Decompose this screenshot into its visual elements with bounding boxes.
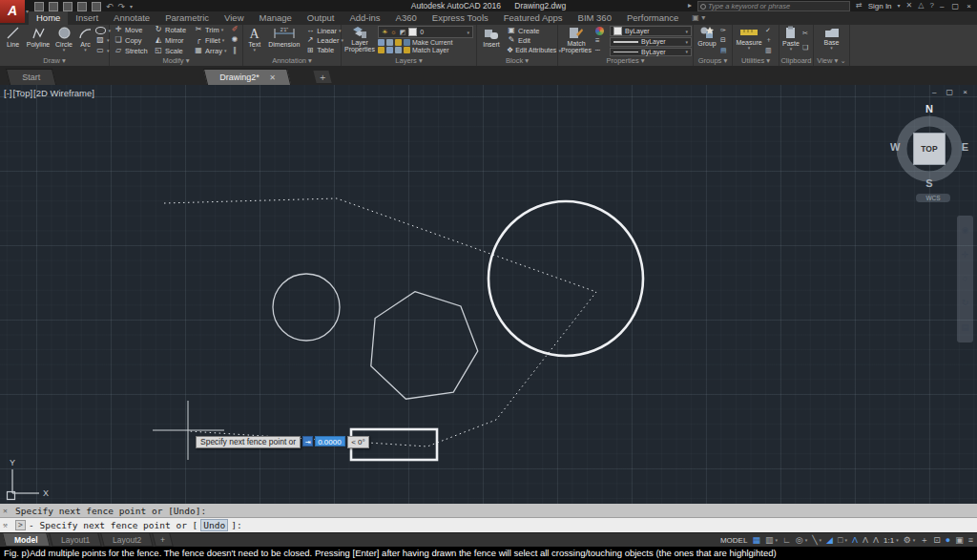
workspace-switching-icon[interactable]: ⚙ [904, 533, 911, 547]
tab-insert[interactable]: Insert [68, 11, 106, 25]
viewcube-north[interactable]: N [891, 103, 967, 114]
erase-button[interactable]: ✐ [230, 25, 243, 34]
customization-menu-icon[interactable]: ≡ [968, 533, 973, 547]
layer-properties-button[interactable]: Layer Properties [344, 25, 375, 56]
visual-style-control[interactable]: [2D Wireframe] [33, 88, 94, 98]
showmotion-icon[interactable]: ▤ [961, 323, 969, 332]
tab-output[interactable]: Output [300, 11, 343, 25]
text-button[interactable]: A Text▾ [246, 25, 262, 56]
viewcube-south[interactable]: S [891, 177, 967, 189]
rotate-button[interactable]: ↻Rotate [154, 25, 194, 34]
insert-button[interactable]: Insert [479, 25, 504, 56]
panel-label-clipboard[interactable]: Clipboard [780, 56, 813, 66]
tab-a360[interactable]: A360 [388, 11, 425, 25]
cut-icon[interactable]: ✂ [802, 30, 813, 37]
group-button[interactable]: Group [696, 25, 718, 56]
search-input[interactable]: Type a keyword or phrase [697, 1, 850, 11]
snap-mode-icon[interactable]: ▥ [765, 533, 774, 547]
ribbon-options-icon[interactable]: ▣ ▾ [692, 11, 705, 25]
linetype-select[interactable]: ByLayer▾ [610, 48, 692, 57]
mirror-button[interactable]: ◭Mirror [154, 35, 194, 45]
application-menu-button[interactable]: A [0, 0, 25, 23]
panel-label-view[interactable]: View ▾ ⌄ [814, 56, 849, 66]
a360-icon[interactable]: ✕ [906, 1, 913, 10]
array-button[interactable]: ▦Array▾ [194, 46, 230, 55]
panel-label-utilities[interactable]: Utilities ▾ [733, 56, 779, 66]
layer-merge-icon[interactable] [395, 47, 402, 53]
pan-icon[interactable]: ✛ [962, 251, 969, 259]
model-tab[interactable]: Model [2, 533, 50, 547]
isodraft-icon[interactable]: ╲ [812, 533, 817, 547]
lineweight-icon[interactable]: ≡ [595, 36, 607, 45]
match-layer-button[interactable]: Match Layer [412, 47, 449, 53]
full-navigation-wheel-icon[interactable]: ◉ [962, 226, 969, 235]
viewport-window-controls[interactable]: ‒ ▢ × [932, 88, 971, 96]
dimension-button[interactable]: 2'1" Dimension [265, 25, 302, 56]
panel-label-properties[interactable]: Properties ▾ [558, 56, 693, 66]
move-button[interactable]: ✛Move [114, 25, 154, 34]
object-color-select[interactable]: ByLayer▾ [610, 26, 692, 36]
object-snap-tracking-icon[interactable]: ◢ [826, 533, 833, 547]
annotation-scale-icon[interactable]: Λ [873, 533, 879, 547]
group-edit-icon[interactable]: ⊟ [720, 36, 732, 44]
boundary-icon[interactable]: ▭ [95, 47, 105, 54]
annotation-visibility-icon[interactable]: Λ [852, 533, 858, 547]
signin-button[interactable]: Sign In [868, 2, 892, 10]
group-bounding-icon[interactable]: ▤ [720, 47, 732, 54]
tab-home[interactable]: Home [29, 11, 68, 25]
annotation-monitor-icon[interactable]: ＋ [920, 533, 928, 547]
make-current-button[interactable]: Make Current [412, 39, 452, 46]
panel-label-modify[interactable]: Modify ▾ [110, 56, 242, 66]
hardware-acceleration-icon[interactable]: ● [946, 533, 950, 547]
hatch-icon[interactable]: ▨ [95, 36, 105, 44]
autoscale-icon[interactable]: Λ [863, 533, 868, 547]
offset-button[interactable]: ∥ [230, 46, 243, 55]
layer-lock-tool-icon[interactable] [404, 39, 410, 46]
panel-label-block[interactable]: Block ▾ [477, 56, 557, 66]
layer-unisolate-icon[interactable] [378, 47, 385, 53]
tab-express-tools[interactable]: Express Tools [425, 11, 496, 25]
layer-delete-icon[interactable] [404, 47, 410, 53]
copy-button[interactable]: ❏Copy [114, 35, 154, 45]
layer-select[interactable]: ☀ ☼ ◩ 0 ▾ [378, 26, 473, 38]
window-controls[interactable]: – ▢ × [940, 2, 974, 10]
block-create-button[interactable]: ▣Create [507, 26, 558, 35]
tab-parametric[interactable]: Parametric [157, 11, 217, 25]
panel-label-annotation[interactable]: Annotation ▾ [243, 56, 341, 66]
quick-select-icon[interactable]: ✓ [765, 27, 777, 34]
layout2-tab[interactable]: Layout2 [100, 533, 154, 547]
close-tab-icon[interactable]: ✕ [269, 70, 276, 86]
model-space-indicator[interactable]: MODEL [720, 536, 747, 545]
fillet-button[interactable]: ╭Fillet▾ [194, 35, 230, 45]
lineweight-select[interactable]: ByLayer▾ [610, 37, 692, 47]
panel-label-layers[interactable]: Layers ▾ [342, 56, 476, 66]
application-menu-arrow-icon[interactable]: ▾ [26, 8, 29, 14]
tab-featured-apps[interactable]: Featured Apps [496, 11, 571, 25]
line-button[interactable]: Line [2, 25, 24, 56]
help-icon[interactable]: ? [929, 1, 933, 10]
tab-manage[interactable]: Manage [252, 11, 300, 25]
distance-input[interactable]: 0.0000 [315, 436, 345, 446]
viewcube-wcs-menu[interactable]: WCS [916, 194, 950, 202]
new-drawing-tab-button[interactable]: ＋ [313, 71, 331, 83]
file-tab-start[interactable]: Start [6, 69, 56, 85]
ortho-mode-icon[interactable]: ∟ [782, 533, 791, 547]
viewcube-top-face[interactable]: TOP [913, 133, 946, 165]
scale-button[interactable]: ◱Scale [154, 46, 194, 55]
stretch-button[interactable]: ▱Stretch [114, 46, 154, 55]
grid-display-icon[interactable]: ▦ [752, 533, 760, 547]
tab-performance[interactable]: Performance [619, 11, 686, 25]
tab-view[interactable]: View [217, 11, 251, 25]
drawing-canvas[interactable]: [-][Top][2D Wireframe] ‒ ▢ × Y X [0, 85, 977, 504]
object-snap-icon[interactable]: □ [838, 533, 842, 547]
viewcube-east[interactable]: E [962, 141, 968, 153]
linear-button[interactable]: ↔Linear▾ [305, 26, 343, 35]
edit-attributes-button[interactable]: ❖Edit Attributes▾ [507, 46, 558, 55]
quick-calc-icon[interactable]: ＋ [765, 35, 777, 45]
ungroup-icon[interactable]: ✑ [720, 27, 732, 34]
block-edit-button[interactable]: ✎Edit [507, 35, 558, 45]
new-layout-button[interactable]: + [152, 533, 173, 547]
customize-command-icon[interactable]: ⚒ [3, 521, 8, 529]
tab-bim360[interactable]: BIM 360 [571, 11, 619, 25]
panel-label-draw[interactable]: Draw ▾ [0, 56, 109, 66]
